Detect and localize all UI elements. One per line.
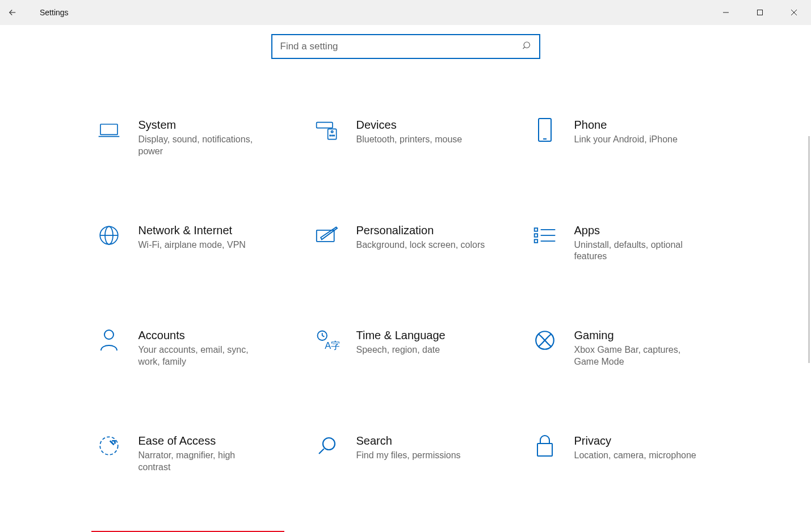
- close-button[interactable]: [777, 0, 811, 25]
- category-grid: System Display, sound, notifications, po…: [77, 110, 735, 532]
- category-desc: Speech, region, date: [356, 344, 446, 356]
- category-desc: Wi-Fi, airplane mode, VPN: [138, 239, 246, 251]
- svg-rect-22: [534, 234, 537, 237]
- window-title: Settings: [40, 8, 69, 17]
- category-privacy[interactable]: Privacy Location, camera, microphone: [527, 426, 720, 483]
- svg-line-34: [319, 449, 324, 454]
- category-devices[interactable]: Devices Bluetooth, printers, mouse: [309, 110, 502, 167]
- lock-icon: [532, 433, 557, 458]
- xbox-icon: [532, 328, 557, 353]
- category-desc: Your accounts, email, sync, work, family: [138, 344, 269, 368]
- category-title: Network & Internet: [138, 224, 246, 237]
- category-desc: Link your Android, iPhone: [574, 134, 678, 146]
- category-title: Gaming: [574, 329, 705, 342]
- category-ease-of-access[interactable]: Ease of Access Narrator, magnifier, high…: [91, 426, 284, 483]
- paintbrush-icon: [314, 223, 339, 248]
- back-arrow-icon: [7, 7, 18, 18]
- close-icon: [791, 9, 797, 16]
- category-desc: Uninstall, defaults, optional features: [574, 239, 705, 263]
- svg-point-4: [524, 42, 530, 48]
- svg-rect-1: [758, 10, 763, 15]
- category-title: Time & Language: [356, 329, 446, 342]
- window-controls: [709, 0, 811, 25]
- magnifier-icon: [314, 433, 339, 458]
- system-icon: [96, 117, 121, 142]
- titlebar: Settings: [0, 0, 811, 25]
- apps-list-icon: [532, 223, 557, 248]
- svg-point-32: [100, 437, 118, 455]
- svg-rect-6: [100, 124, 117, 134]
- category-phone[interactable]: Phone Link your Android, iPhone: [527, 110, 720, 167]
- minimize-icon: [722, 9, 729, 16]
- category-gaming[interactable]: Gaming Xbox Game Bar, captures, Game Mod…: [527, 320, 720, 378]
- category-title: System: [138, 119, 269, 132]
- svg-point-33: [323, 438, 335, 450]
- category-title: Devices: [356, 119, 463, 132]
- category-desc: Bluetooth, printers, mouse: [356, 134, 463, 146]
- svg-point-11: [330, 135, 331, 136]
- category-accounts[interactable]: Accounts Your accounts, email, sync, wor…: [91, 320, 284, 378]
- category-desc: Background, lock screen, colors: [356, 239, 485, 251]
- svg-point-13: [333, 135, 334, 136]
- phone-icon: [532, 117, 557, 142]
- search-icon: [522, 40, 532, 53]
- svg-text:A字: A字: [325, 340, 339, 351]
- category-title: Accounts: [138, 329, 269, 342]
- svg-rect-14: [539, 119, 551, 141]
- category-search[interactable]: Search Find my files, permissions: [309, 426, 502, 483]
- category-desc: Location, camera, microphone: [574, 450, 696, 462]
- svg-line-5: [523, 47, 524, 49]
- time-language-icon: A字: [314, 328, 339, 353]
- svg-rect-35: [537, 444, 552, 456]
- ease-of-access-icon: [96, 433, 121, 458]
- category-apps[interactable]: Apps Uninstall, defaults, optional featu…: [527, 216, 720, 273]
- svg-point-26: [104, 330, 114, 339]
- category-title: Privacy: [574, 434, 696, 447]
- back-button[interactable]: [0, 0, 25, 25]
- category-personalization[interactable]: Personalization Background, lock screen,…: [309, 216, 502, 273]
- category-desc: Display, sound, notifications, power: [138, 134, 269, 158]
- devices-icon: [314, 117, 339, 142]
- svg-line-29: [322, 336, 324, 337]
- svg-rect-8: [316, 123, 332, 128]
- svg-point-10: [331, 131, 333, 133]
- category-title: Personalization: [356, 224, 485, 237]
- search-input[interactable]: [280, 41, 522, 52]
- category-time-language[interactable]: A字 Time & Language Speech, region, date: [309, 320, 502, 378]
- globe-icon: [96, 223, 121, 248]
- maximize-button[interactable]: [743, 0, 777, 25]
- person-icon: [96, 328, 121, 353]
- minimize-button[interactable]: [709, 0, 743, 25]
- svg-rect-20: [534, 228, 537, 231]
- maximize-icon: [757, 9, 763, 16]
- svg-point-12: [331, 135, 333, 136]
- category-desc: Xbox Game Bar, captures, Game Mode: [574, 344, 705, 368]
- category-network[interactable]: Network & Internet Wi-Fi, airplane mode,…: [91, 216, 284, 273]
- svg-rect-24: [534, 239, 537, 243]
- category-title: Apps: [574, 224, 705, 237]
- category-desc: Find my files, permissions: [356, 450, 461, 462]
- category-title: Search: [356, 434, 461, 447]
- category-desc: Narrator, magnifier, high contrast: [138, 450, 269, 474]
- category-system[interactable]: System Display, sound, notifications, po…: [91, 110, 284, 167]
- category-title: Ease of Access: [138, 434, 269, 447]
- scrollbar[interactable]: [808, 136, 810, 363]
- category-title: Phone: [574, 119, 678, 132]
- search-box[interactable]: [271, 34, 540, 59]
